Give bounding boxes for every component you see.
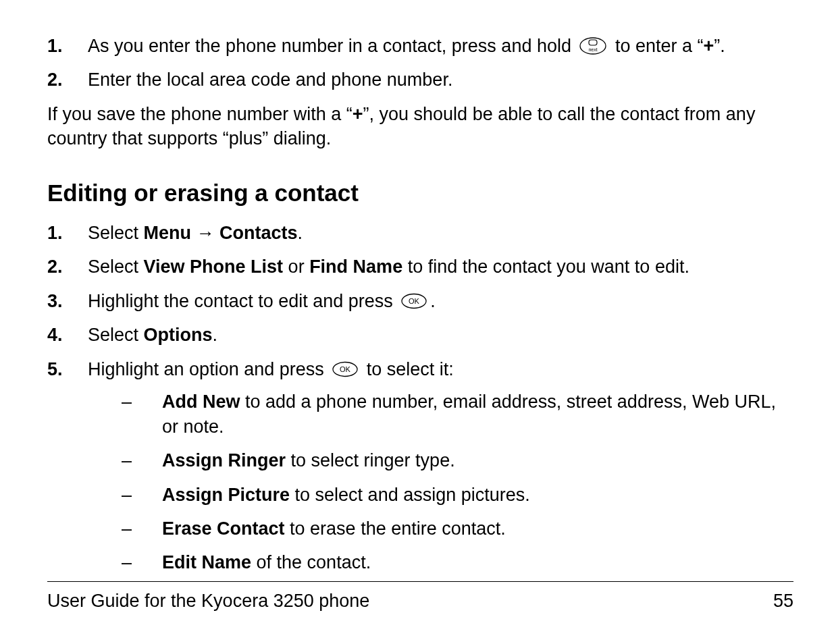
list-body: Select Options. (88, 323, 793, 347)
paragraph: If you save the phone number with a “+”,… (47, 102, 793, 151)
sub-list-item: – Edit Name of the contact. (88, 550, 793, 574)
list-item: 5. Highlight an option and press OK to s… (47, 357, 793, 585)
list-body: Select View Phone List or Find Name to f… (88, 254, 793, 279)
svg-rect-1 (589, 40, 597, 45)
text-bold: Find Name (309, 257, 402, 277)
arrow-icon: → (191, 223, 219, 243)
text-bold: Add New (162, 392, 240, 412)
text: to select ringer type. (286, 450, 455, 471)
text-bold: + (704, 36, 714, 56)
text: to erase the entire contact. (285, 518, 506, 539)
text-bold: View Phone List (144, 257, 284, 277)
text: ”. (714, 36, 725, 56)
list-item: 1. Select Menu → Contacts. (47, 221, 793, 245)
text: to add a phone number, email address, st… (162, 392, 776, 436)
dash-bullet: – (122, 550, 162, 574)
text: to enter a “ (615, 36, 704, 56)
svg-text:OK: OK (340, 365, 351, 373)
text: of the contact. (251, 552, 371, 572)
text: or (283, 257, 309, 277)
text-bold: Edit Name (162, 552, 251, 572)
list-number: 1. (47, 221, 88, 245)
list-body: As you enter the phone number in a conta… (88, 34, 793, 58)
text: Select (88, 257, 144, 277)
ok-key-icon: OK (400, 293, 427, 309)
section1-list: 1. As you enter the phone number in a co… (47, 34, 793, 92)
list-number: 2. (47, 254, 88, 279)
text: . (298, 223, 303, 243)
list-number: 2. (47, 68, 88, 92)
dash-bullet: – (122, 483, 162, 507)
page-number: 55 (773, 589, 793, 613)
sub-list-item: – Assign Picture to select and assign pi… (88, 483, 793, 507)
text: Select (88, 223, 144, 243)
dash-bullet: – (122, 390, 162, 414)
page-footer: User Guide for the Kyocera 3250 phone 55 (47, 581, 793, 613)
text-bold: Assign Picture (162, 485, 290, 505)
sub-list-item: – Erase Contact to erase the entire cont… (88, 516, 793, 541)
sub-list-item: – Add New to add a phone number, email a… (88, 390, 793, 439)
text-bold: Menu (144, 223, 192, 243)
list-item: 4. Select Options. (47, 323, 793, 347)
text: to find the contact you want to edit. (402, 257, 689, 277)
footer-title: User Guide for the Kyocera 3250 phone (47, 589, 369, 613)
list-item: 2. Enter the local area code and phone n… (47, 68, 793, 92)
text: If you save the phone number with a “ (47, 104, 353, 124)
text: to select it: (361, 359, 454, 379)
list-item: 3. Highlight the contact to edit and pre… (47, 289, 793, 313)
sub-list-item: – Assign Ringer to select ringer type. (88, 448, 793, 473)
text-bold: + (353, 104, 363, 124)
ok-key-icon: OK (332, 361, 359, 377)
sub-body: Edit Name of the contact. (162, 550, 793, 574)
section2-list: 1. Select Menu → Contacts. 2. Select Vie… (47, 221, 793, 585)
sub-body: Assign Ringer to select ringer type. (162, 448, 793, 473)
sub-list: – Add New to add a phone number, email a… (88, 390, 793, 575)
svg-text:next: next (589, 47, 598, 52)
sub-body: Assign Picture to select and assign pict… (162, 483, 793, 507)
text-bold: Contacts (219, 223, 298, 243)
dash-bullet: – (122, 448, 162, 473)
text: . (213, 325, 218, 345)
zero-next-key-icon: next (579, 36, 607, 55)
list-body: Select Menu → Contacts. (88, 221, 793, 245)
list-number: 4. (47, 323, 88, 347)
text-bold: Erase Contact (162, 518, 285, 539)
text: Highlight an option and press (88, 359, 329, 379)
list-number: 5. (47, 357, 88, 381)
list-body: Highlight the contact to edit and press … (88, 289, 793, 313)
page-content: 1. As you enter the phone number in a co… (47, 34, 793, 585)
text: . (430, 291, 436, 311)
text: Select (88, 325, 144, 345)
sub-body: Erase Contact to erase the entire contac… (162, 516, 793, 541)
list-item: 1. As you enter the phone number in a co… (47, 34, 793, 58)
text-bold: Options (144, 325, 213, 345)
text: to select and assign pictures. (290, 485, 530, 505)
svg-text:OK: OK (409, 297, 420, 305)
list-number: 1. (47, 34, 88, 58)
section-heading: Editing or erasing a contact (47, 177, 793, 209)
text: Highlight the contact to edit and press (88, 291, 398, 311)
list-body: Highlight an option and press OK to sele… (88, 357, 793, 585)
list-number: 3. (47, 289, 88, 313)
text-bold: Assign Ringer (162, 450, 286, 471)
list-body: Enter the local area code and phone numb… (88, 68, 793, 92)
sub-body: Add New to add a phone number, email add… (162, 390, 793, 439)
text: As you enter the phone number in a conta… (88, 36, 576, 56)
dash-bullet: – (122, 516, 162, 541)
list-item: 2. Select View Phone List or Find Name t… (47, 254, 793, 279)
